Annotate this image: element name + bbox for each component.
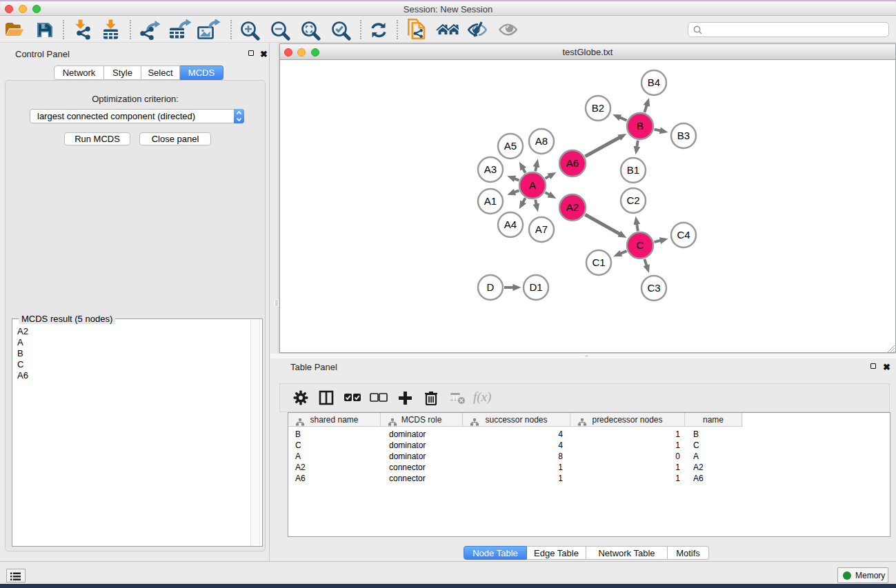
svg-text:C: C: [637, 239, 644, 251]
svg-text:D: D: [487, 281, 495, 293]
svg-text:C3: C3: [647, 282, 660, 294]
svg-text:B3: B3: [677, 130, 690, 141]
svg-text:A8: A8: [535, 135, 548, 147]
svg-text:A3: A3: [484, 163, 497, 175]
svg-text:A1: A1: [484, 195, 497, 207]
svg-text:A7: A7: [535, 223, 548, 235]
svg-text:D1: D1: [529, 281, 542, 293]
svg-text:B1: B1: [627, 164, 639, 176]
svg-text:B4: B4: [648, 77, 660, 88]
svg-text:B2: B2: [592, 102, 604, 114]
svg-text:A5: A5: [504, 140, 517, 152]
svg-text:f(x): f(x): [473, 389, 491, 405]
svg-text:C2: C2: [626, 194, 639, 206]
svg-text:B: B: [637, 120, 644, 132]
svg-text:A2: A2: [566, 201, 579, 213]
svg-text:A6: A6: [566, 157, 579, 169]
svg-text:A: A: [529, 179, 536, 191]
svg-text:C4: C4: [677, 229, 690, 241]
svg-text:A4: A4: [504, 219, 517, 230]
svg-text:C1: C1: [592, 256, 605, 268]
